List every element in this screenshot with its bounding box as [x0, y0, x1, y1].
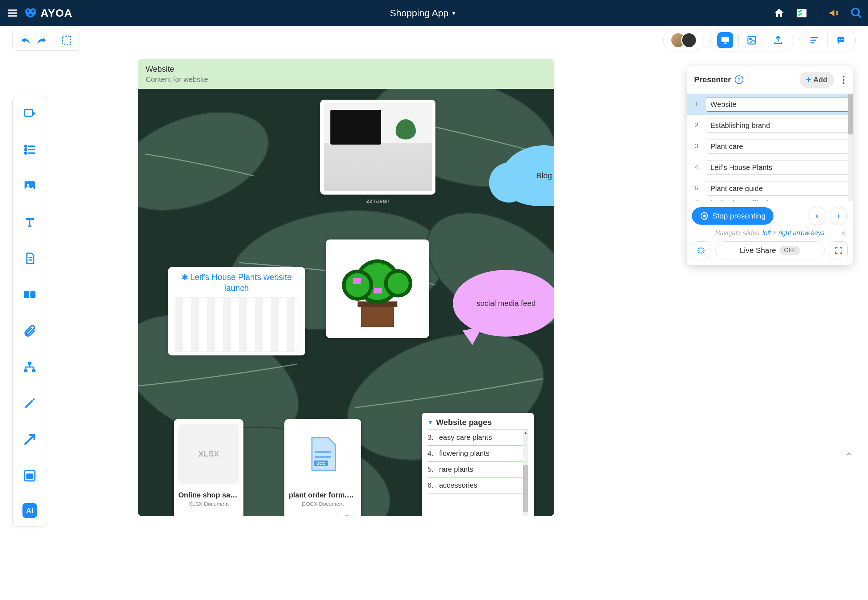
embed-tool[interactable]: [21, 286, 38, 303]
scroll-up-icon[interactable]: ▲: [523, 430, 528, 435]
social-bubble[interactable]: social media feed: [453, 270, 554, 336]
help-icon[interactable]: ?: [735, 75, 743, 84]
arrow-tool[interactable]: [21, 431, 38, 448]
mindmap-tool[interactable]: [21, 358, 38, 376]
slide-title-input[interactable]: [706, 199, 849, 201]
image-tool[interactable]: [21, 177, 38, 195]
announce-button[interactable]: [827, 6, 841, 20]
avatar-stack[interactable]: [670, 32, 697, 48]
presenter-panel: Presenter ? +Add 1 2 3 4 5 6 Stop presen…: [687, 66, 853, 265]
slide-row[interactable]: 5: [687, 178, 853, 199]
photo-thumbnail: [324, 103, 432, 191]
sort-button[interactable]: [806, 32, 823, 48]
svg-point-49: [344, 271, 371, 299]
add-slide-button[interactable]: +Add: [800, 72, 834, 88]
attachment-tool[interactable]: [21, 322, 38, 339]
list-item[interactable]: 6.accessories: [427, 477, 528, 494]
slide-title-input[interactable]: [706, 160, 849, 175]
svg-point-21: [25, 145, 27, 147]
slide-row[interactable]: 4: [687, 157, 853, 178]
svg-rect-35: [32, 369, 35, 372]
svg-point-5: [27, 10, 29, 12]
scrollbar[interactable]: [848, 94, 853, 201]
slide-row[interactable]: 2: [687, 115, 853, 136]
slide-row[interactable]: 6: [687, 199, 853, 201]
svg-point-19: [842, 39, 843, 40]
list-item[interactable]: 4.flowering plants: [427, 445, 528, 462]
svg-line-9: [858, 15, 861, 18]
more-menu-button[interactable]: [839, 76, 848, 84]
svg-rect-11: [722, 37, 729, 42]
svg-rect-52: [374, 288, 382, 294]
file-card-xlsx[interactable]: XLSX Online shop sales XLSX Document: [174, 419, 244, 516]
slide-row[interactable]: 1: [687, 94, 853, 115]
add-card-tool[interactable]: [21, 105, 38, 122]
list-item[interactable]: 3.easy care plants: [427, 430, 528, 445]
slide-row[interactable]: 3: [687, 136, 853, 157]
slide-title-input[interactable]: [706, 118, 849, 133]
svg-rect-10: [63, 36, 71, 45]
slide-title-input[interactable]: [706, 139, 849, 154]
scroll-thumb[interactable]: [848, 94, 853, 135]
center-view-button[interactable]: [692, 241, 710, 259]
avatar[interactable]: [681, 32, 697, 48]
svg-rect-33: [28, 362, 32, 365]
view-mode-group: [710, 29, 793, 52]
scrollbar[interactable]: ▲ ▼: [523, 430, 528, 516]
file-name: Online shop sales: [178, 491, 239, 499]
slide-title-input[interactable]: [706, 181, 849, 195]
cactus-icon: [336, 247, 419, 330]
document-tool[interactable]: [21, 250, 38, 267]
image-mode-button[interactable]: [744, 32, 760, 48]
checklist-button[interactable]: [795, 6, 808, 20]
presenter-title: Presenter: [694, 75, 731, 85]
website-pages-list[interactable]: ▼ Website pages 3.easy care plants 4.flo…: [422, 413, 534, 516]
list-title: Website pages: [436, 418, 492, 427]
search-button[interactable]: [850, 6, 863, 20]
prev-slide-button[interactable]: ‹: [808, 207, 826, 225]
photo-card[interactable]: [320, 100, 435, 195]
export-button[interactable]: [770, 32, 786, 48]
page-handle[interactable]: ⊕: [338, 511, 354, 516]
canvas-board[interactable]: Website Content for website: [138, 59, 554, 528]
close-hint-button[interactable]: ×: [841, 229, 845, 237]
svg-point-28: [27, 184, 29, 186]
left-toolbar: AI: [12, 95, 47, 527]
link-icon: ✱: [182, 273, 188, 282]
home-button[interactable]: [773, 6, 786, 20]
fullscreen-button[interactable]: [830, 241, 848, 259]
stop-presenting-button[interactable]: Stop presenting: [692, 207, 773, 225]
file-card-docx[interactable]: DOC plant order form.docx DOCX Document: [284, 419, 361, 516]
collapse-icon[interactable]: ▼: [427, 419, 433, 426]
svg-point-17: [839, 39, 840, 40]
title-dropdown-icon[interactable]: ▾: [452, 9, 455, 17]
live-share-state: OFF: [780, 245, 800, 255]
redo-button[interactable]: [35, 33, 49, 47]
chat-button[interactable]: [833, 32, 849, 48]
selection-tool[interactable]: [59, 33, 74, 47]
app-name: AYOA: [41, 7, 73, 19]
board-body[interactable]: zz raven Blog ✱Leif's House Plants websi…: [138, 89, 554, 516]
zoom-collapse-button[interactable]: ⌃: [845, 451, 853, 462]
blog-cloud[interactable]: Blog: [500, 145, 554, 206]
menu-button[interactable]: [5, 6, 20, 20]
text-tool[interactable]: [21, 214, 38, 231]
app-logo[interactable]: AYOA: [23, 6, 73, 20]
launch-card[interactable]: ✱Leif's House Plants website launch: [168, 267, 305, 355]
list-item[interactable]: 5.rare plants: [427, 462, 528, 477]
live-share-button[interactable]: Live Share OFF: [715, 241, 824, 259]
document-title[interactable]: Shopping App: [390, 8, 448, 19]
ai-tool[interactable]: AI: [23, 503, 37, 518]
navigation-hint: Navigate slides left + right arrow keys …: [692, 229, 848, 237]
slide-title-input[interactable]: [706, 97, 849, 112]
present-mode-button[interactable]: [717, 32, 733, 48]
list-tool[interactable]: [21, 141, 38, 158]
board-header[interactable]: Website Content for website: [138, 59, 554, 89]
pen-tool[interactable]: [21, 395, 38, 412]
scroll-thumb[interactable]: [523, 465, 528, 512]
group-tool[interactable]: [21, 467, 38, 485]
cactus-drawing[interactable]: [326, 239, 429, 338]
board-title: Website: [145, 65, 546, 74]
next-slide-button[interactable]: ›: [830, 207, 848, 225]
undo-button[interactable]: [18, 33, 33, 47]
